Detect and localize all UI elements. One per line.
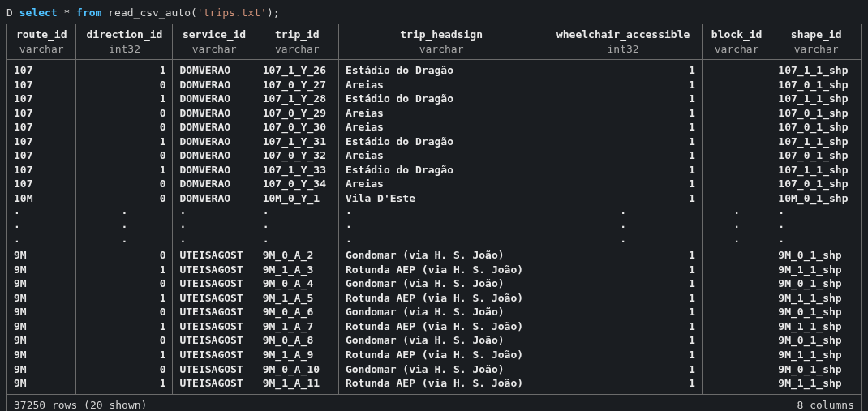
cell-wheelchair_accessible: 1: [544, 348, 703, 362]
column-count: 8 columns: [338, 394, 861, 411]
cell-shape_id: 9M_0_1_shp: [771, 362, 862, 377]
cell-route_id: 107: [7, 92, 76, 106]
cell-block_id: [702, 120, 771, 135]
cell-block_id: [702, 263, 771, 277]
cell-block_id: [702, 276, 771, 291]
cell-wheelchair_accessible: 1: [544, 319, 703, 334]
column-type: varchar: [778, 42, 854, 57]
cell-trip_id: 107_1_Y_31: [256, 135, 338, 149]
cell-shape_id: 107_1_1_shp: [771, 60, 862, 78]
cell-wheelchair_accessible: 1: [544, 163, 703, 178]
cell-shape_id: 107_1_1_shp: [771, 92, 862, 106]
cell-route_id: 9M: [7, 305, 76, 319]
cell-shape_id: 9M_0_1_shp: [771, 248, 862, 263]
cell-block_id: [702, 376, 771, 394]
cell-service_id: UTEISAGOST: [173, 348, 256, 362]
cell-route_id: 107: [7, 177, 76, 191]
cell-trip_headsign: Rotunda AEP (via H. S. João): [338, 263, 544, 277]
column-name: block_id: [709, 28, 764, 42]
cell-shape_id: 107_1_1_shp: [771, 135, 862, 149]
cell-shape_id: 107_0_1_shp: [771, 177, 862, 191]
cell-route_id: 9M: [7, 263, 76, 277]
cell-trip_id: 107_0_Y_29: [256, 106, 338, 121]
cell-service_id: UTEISAGOST: [173, 305, 256, 319]
cell-wheelchair_accessible: 1: [544, 263, 703, 277]
cell-shape_id: 10M_0_1_shp: [771, 191, 862, 206]
cell-shape_id: ·: [771, 234, 862, 249]
cell-trip_id: 9M_1_A_9: [256, 348, 338, 362]
cell-direction_id: 1: [76, 92, 173, 106]
cell-trip_id: 107_1_Y_28: [256, 92, 338, 106]
table-row: 9M1UTEISAGOST9M_1_A_9Rotunda AEP (via H.…: [7, 348, 862, 362]
cell-route_id: 9M: [7, 348, 76, 362]
cell-block_id: [702, 106, 771, 121]
cell-wheelchair_accessible: ·: [544, 206, 703, 220]
cell-direction_id: 0: [76, 276, 173, 291]
cell-trip_headsign: Rotunda AEP (via H. S. João): [338, 291, 544, 306]
cell-trip_headsign: Gondomar (via H. S. João): [338, 333, 544, 348]
column-type: varchar: [709, 42, 764, 57]
table-row: 1070DOMVERAO107_0_Y_27Areias1107_0_1_shp: [7, 78, 862, 92]
cell-wheelchair_accessible: 1: [544, 120, 703, 135]
sql-prompt[interactable]: D select * from read_csv_auto('trips.txt…: [6, 6, 862, 19]
column-name: wheelchair_accessible: [551, 28, 695, 42]
cell-wheelchair_accessible: 1: [544, 148, 703, 163]
cell-trip_headsign: Rotunda AEP (via H. S. João): [338, 376, 544, 394]
column-type: int32: [551, 42, 695, 57]
cell-shape_id: 107_0_1_shp: [771, 78, 862, 92]
cell-route_id: 107: [7, 78, 76, 92]
cell-service_id: DOMVERAO: [173, 163, 256, 178]
cell-route_id: 9M: [7, 319, 76, 334]
cell-wheelchair_accessible: 1: [544, 106, 703, 121]
column-type: varchar: [179, 42, 248, 57]
cell-trip_id: 9M_0_A_4: [256, 276, 338, 291]
table-row: 9M0UTEISAGOST9M_0_A_6Gondomar (via H. S.…: [7, 305, 862, 319]
cell-wheelchair_accessible: ·: [544, 220, 703, 234]
cell-shape_id: ·: [771, 220, 862, 234]
cell-shape_id: 9M_1_1_shp: [771, 348, 862, 362]
cell-service_id: UTEISAGOST: [173, 376, 256, 394]
cell-direction_id: 1: [76, 263, 173, 277]
cell-wheelchair_accessible: 1: [544, 191, 703, 206]
cell-service_id: DOMVERAO: [173, 177, 256, 191]
cell-shape_id: 9M_0_1_shp: [771, 276, 862, 291]
cell-direction_id: ·: [76, 206, 173, 220]
table-row: 9M0UTEISAGOST9M_0_A_2Gondomar (via H. S.…: [7, 248, 862, 263]
cell-trip_id: ·: [256, 220, 338, 234]
cell-shape_id: 107_1_1_shp: [771, 163, 862, 178]
column-name: trip_headsign: [346, 28, 537, 42]
table-row: ········: [7, 206, 862, 220]
cell-wheelchair_accessible: 1: [544, 376, 703, 394]
cell-service_id: UTEISAGOST: [173, 263, 256, 277]
cell-wheelchair_accessible: 1: [544, 60, 703, 78]
table-footer: 37250 rows (20 shown) 8 columns: [7, 394, 862, 411]
cell-service_id: DOMVERAO: [173, 135, 256, 149]
cell-service_id: ·: [173, 234, 256, 249]
cell-block_id: [702, 135, 771, 149]
cell-wheelchair_accessible: 1: [544, 362, 703, 377]
cell-shape_id: 9M_1_1_shp: [771, 376, 862, 394]
cell-trip_headsign: ·: [338, 234, 544, 249]
table-row: 9M1UTEISAGOST9M_1_A_7Rotunda AEP (via H.…: [7, 319, 862, 334]
cell-service_id: DOMVERAO: [173, 78, 256, 92]
cell-direction_id: 0: [76, 177, 173, 191]
cell-wheelchair_accessible: ·: [544, 234, 703, 249]
cell-trip_id: 107_1_Y_26: [256, 60, 338, 78]
cell-trip_id: ·: [256, 234, 338, 249]
table-row: 1070DOMVERAO107_0_Y_32Areias1107_0_1_shp: [7, 148, 862, 163]
cell-block_id: [702, 248, 771, 263]
cell-service_id: UTEISAGOST: [173, 276, 256, 291]
cell-trip_headsign: ·: [338, 220, 544, 234]
cell-direction_id: 1: [76, 135, 173, 149]
cell-direction_id: 0: [76, 191, 173, 206]
cell-shape_id: 9M_1_1_shp: [771, 291, 862, 306]
table-row: ········: [7, 234, 862, 249]
cell-route_id: 9M: [7, 376, 76, 394]
cell-direction_id: 1: [76, 376, 173, 394]
table-row: 9M0UTEISAGOST9M_0_A_8Gondomar (via H. S.…: [7, 333, 862, 348]
cell-direction_id: 1: [76, 163, 173, 178]
cell-trip_id: 107_0_Y_34: [256, 177, 338, 191]
cell-wheelchair_accessible: 1: [544, 177, 703, 191]
cell-block_id: [702, 348, 771, 362]
cell-trip_id: 9M_1_A_7: [256, 319, 338, 334]
